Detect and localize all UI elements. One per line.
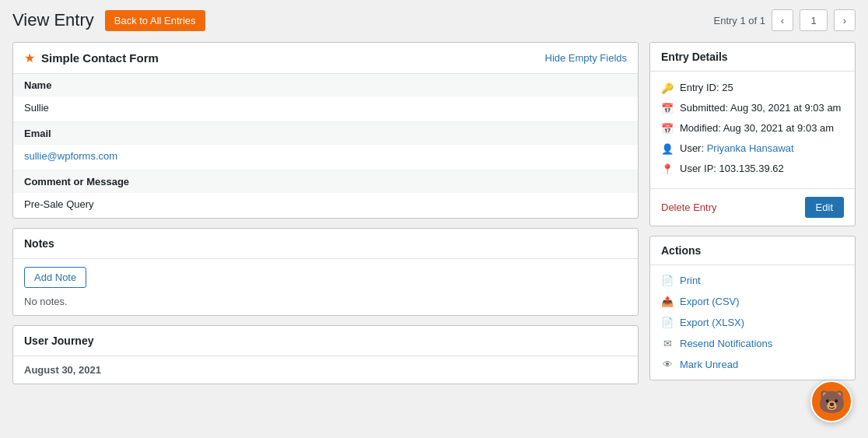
page-header: View Entry Back to All Entries Entry 1 o…	[12, 9, 856, 31]
hide-empty-fields-link[interactable]: Hide Empty Fields	[545, 52, 627, 64]
action-mark-unread[interactable]: 👁 Mark Unread	[661, 354, 844, 375]
export-csv-link[interactable]: Export (CSV)	[680, 296, 740, 307]
action-export-csv[interactable]: 📤 Export (CSV)	[661, 291, 844, 312]
location-icon: 📍	[661, 163, 674, 175]
entry-details-footer: Delete Entry Edit	[650, 188, 855, 226]
user-ip-row: 📍 User IP: 103.135.39.62	[661, 159, 844, 179]
actions-body: 📄 Print 📤 Export (CSV) 📄 Export (XLSX) ✉…	[650, 265, 855, 380]
name-field-row: Name Sullie	[13, 74, 638, 122]
entry-details-title: Entry Details	[650, 43, 855, 72]
export-xlsx-icon: 📄	[661, 317, 674, 328]
entry-details-card: Entry Details 🔑 Entry ID: 25 📅 Submitted…	[649, 42, 856, 226]
modified-text: Modified: Aug 30, 2021 at 9:03 am	[680, 122, 834, 134]
export-csv-icon: 📤	[661, 296, 674, 307]
entry-details-body: 🔑 Entry ID: 25 📅 Submitted: Aug 30, 2021…	[650, 72, 855, 185]
actions-title: Actions	[650, 237, 855, 265]
eye-icon: 👁	[661, 359, 674, 370]
email-link[interactable]: sullie@wpforms.com	[24, 150, 117, 162]
email-label: Email	[13, 122, 638, 145]
export-xlsx-link[interactable]: Export (XLSX)	[680, 317, 744, 328]
calendar-icon: 📅	[661, 103, 674, 114]
print-link[interactable]: Print	[680, 275, 701, 286]
action-export-xlsx[interactable]: 📄 Export (XLSX)	[661, 312, 844, 333]
email-icon: ✉	[661, 338, 674, 349]
page-wrapper: View Entry Back to All Entries Entry 1 o…	[0, 0, 868, 438]
delete-entry-link[interactable]: Delete Entry	[661, 201, 717, 213]
back-to-all-entries-button[interactable]: Back to All Entries	[105, 10, 205, 31]
comment-label: Comment or Message	[13, 170, 638, 193]
name-value: Sullie	[13, 96, 638, 121]
star-icon: ★	[24, 51, 35, 65]
mark-unread-link[interactable]: Mark Unread	[680, 359, 738, 370]
entry-id-row: 🔑 Entry ID: 25	[661, 78, 844, 98]
calendar-modified-icon: 📅	[661, 123, 674, 135]
user-profile-link[interactable]: Priyanka Hansawat	[707, 142, 794, 154]
user-journey-card: User Journey August 30, 2021	[12, 325, 639, 384]
header-right: Entry 1 of 1 ‹ 1 ›	[714, 9, 856, 31]
edit-button[interactable]: Edit	[805, 197, 844, 218]
notes-body: Add Note No notes.	[13, 259, 638, 315]
modified-row: 📅 Modified: Aug 30, 2021 at 9:03 am	[661, 118, 844, 138]
user-ip-text: User IP: 103.135.39.62	[680, 163, 784, 174]
notes-title: Notes	[13, 229, 638, 259]
print-icon: 📄	[661, 275, 674, 286]
user-journey-title: User Journey	[13, 326, 638, 356]
pagination-next-button[interactable]: ›	[834, 9, 856, 31]
resend-notifications-link[interactable]: Resend Notifications	[680, 338, 772, 349]
user-row: 👤 User: Priyanka Hansawat	[661, 138, 844, 159]
user-journey-date: August 30, 2021	[13, 356, 638, 384]
entry-counter: Entry 1 of 1	[714, 15, 765, 26]
main-layout: ★ Simple Contact Form Hide Empty Fields …	[12, 42, 856, 384]
notes-card: Notes Add Note No notes.	[12, 228, 639, 316]
action-resend-notifications[interactable]: ✉ Resend Notifications	[661, 333, 844, 354]
mascot-icon: 🐻	[810, 380, 852, 422]
mascot-container[interactable]: 🐻	[810, 380, 852, 422]
key-icon: 🔑	[661, 82, 674, 94]
entry-id-text: Entry ID: 25	[680, 82, 733, 93]
form-card-header: ★ Simple Contact Form Hide Empty Fields	[13, 43, 638, 74]
main-right: Entry Details 🔑 Entry ID: 25 📅 Submitted…	[649, 42, 856, 380]
page-number-box: 1	[800, 9, 828, 31]
header-left: View Entry Back to All Entries	[12, 10, 205, 31]
form-title: Simple Contact Form	[41, 51, 159, 65]
pagination-prev-button[interactable]: ‹	[772, 9, 793, 31]
submitted-row: 📅 Submitted: Aug 30, 2021 at 9:03 am	[661, 98, 844, 118]
no-notes-text: No notes.	[24, 296, 68, 307]
submitted-text: Submitted: Aug 30, 2021 at 9:03 am	[680, 102, 841, 114]
email-field-row: Email sullie@wpforms.com	[13, 122, 638, 170]
action-print[interactable]: 📄 Print	[661, 270, 844, 291]
comment-field-row: Comment or Message Pre-Sale Query	[13, 170, 638, 218]
add-note-button[interactable]: Add Note	[24, 267, 86, 288]
main-left: ★ Simple Contact Form Hide Empty Fields …	[12, 42, 639, 384]
form-card: ★ Simple Contact Form Hide Empty Fields …	[12, 42, 639, 219]
user-text: User: Priyanka Hansawat	[680, 142, 794, 154]
email-value: sullie@wpforms.com	[13, 145, 638, 170]
form-title-row: ★ Simple Contact Form	[24, 51, 159, 65]
page-title: View Entry	[12, 10, 94, 30]
comment-value: Pre-Sale Query	[13, 193, 638, 218]
actions-card: Actions 📄 Print 📤 Export (CSV) 📄 Export …	[649, 236, 856, 380]
user-icon: 👤	[661, 143, 674, 155]
name-label: Name	[13, 74, 638, 96]
